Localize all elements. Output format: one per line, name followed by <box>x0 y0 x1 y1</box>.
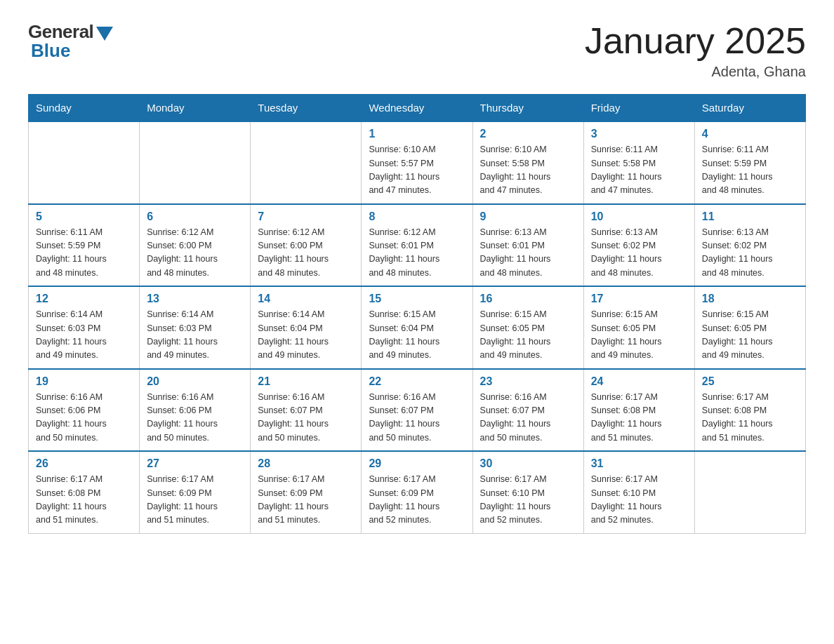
day-number: 16 <box>480 293 576 305</box>
day-info: Sunrise: 6:17 AM Sunset: 6:10 PM Dayligh… <box>480 473 576 528</box>
day-info: Sunrise: 6:17 AM Sunset: 6:08 PM Dayligh… <box>702 391 798 445</box>
calendar-cell: 29Sunrise: 6:17 AM Sunset: 6:09 PM Dayli… <box>362 451 472 533</box>
calendar-cell: 4Sunrise: 6:11 AM Sunset: 5:59 PM Daylig… <box>694 121 805 204</box>
week-row-1: 1Sunrise: 6:10 AM Sunset: 5:57 PM Daylig… <box>29 121 806 204</box>
day-info: Sunrise: 6:13 AM Sunset: 6:02 PM Dayligh… <box>591 226 687 281</box>
day-number: 9 <box>480 210 576 223</box>
calendar-cell: 19Sunrise: 6:16 AM Sunset: 6:06 PM Dayli… <box>29 369 140 452</box>
day-number: 26 <box>36 457 132 470</box>
day-number: 14 <box>258 293 354 305</box>
calendar-cell <box>694 451 805 533</box>
calendar-cell <box>29 121 140 204</box>
day-info: Sunrise: 6:13 AM Sunset: 6:02 PM Dayligh… <box>702 226 798 281</box>
day-info: Sunrise: 6:12 AM Sunset: 6:01 PM Dayligh… <box>369 226 465 281</box>
calendar-cell: 12Sunrise: 6:14 AM Sunset: 6:03 PM Dayli… <box>29 286 140 369</box>
calendar-cell: 2Sunrise: 6:10 AM Sunset: 5:58 PM Daylig… <box>472 121 583 204</box>
week-row-2: 5Sunrise: 6:11 AM Sunset: 5:59 PM Daylig… <box>29 204 806 287</box>
day-info: Sunrise: 6:17 AM Sunset: 6:10 PM Dayligh… <box>591 473 687 528</box>
weekday-header-friday: Friday <box>583 95 694 122</box>
day-number: 23 <box>480 375 576 388</box>
day-number: 4 <box>702 128 798 140</box>
day-number: 3 <box>591 128 687 140</box>
day-info: Sunrise: 6:14 AM Sunset: 6:03 PM Dayligh… <box>147 308 243 363</box>
weekday-header-tuesday: Tuesday <box>251 95 362 122</box>
day-number: 8 <box>369 210 465 223</box>
calendar-cell: 3Sunrise: 6:11 AM Sunset: 5:58 PM Daylig… <box>583 121 694 204</box>
day-number: 7 <box>258 210 354 223</box>
weekday-header-thursday: Thursday <box>472 95 583 122</box>
location-text: Adenta, Ghana <box>585 64 806 80</box>
day-info: Sunrise: 6:14 AM Sunset: 6:04 PM Dayligh… <box>258 308 354 363</box>
day-info: Sunrise: 6:11 AM Sunset: 5:58 PM Dayligh… <box>591 143 687 198</box>
day-info: Sunrise: 6:12 AM Sunset: 6:00 PM Dayligh… <box>147 226 243 281</box>
day-number: 30 <box>480 457 576 470</box>
day-info: Sunrise: 6:15 AM Sunset: 6:04 PM Dayligh… <box>369 308 465 363</box>
day-number: 10 <box>591 210 687 223</box>
day-info: Sunrise: 6:16 AM Sunset: 6:07 PM Dayligh… <box>258 391 354 445</box>
calendar-cell: 20Sunrise: 6:16 AM Sunset: 6:06 PM Dayli… <box>140 369 251 452</box>
day-info: Sunrise: 6:15 AM Sunset: 6:05 PM Dayligh… <box>480 308 576 363</box>
day-info: Sunrise: 6:16 AM Sunset: 6:07 PM Dayligh… <box>369 391 465 445</box>
day-info: Sunrise: 6:16 AM Sunset: 6:07 PM Dayligh… <box>480 391 576 445</box>
day-number: 6 <box>147 210 243 223</box>
weekday-header-monday: Monday <box>140 95 251 122</box>
calendar-table: SundayMondayTuesdayWednesdayThursdayFrid… <box>28 94 806 534</box>
title-section: January 2025 Adenta, Ghana <box>585 21 806 80</box>
day-number: 2 <box>480 128 576 140</box>
day-info: Sunrise: 6:17 AM Sunset: 6:09 PM Dayligh… <box>147 473 243 528</box>
calendar-cell: 31Sunrise: 6:17 AM Sunset: 6:10 PM Dayli… <box>583 451 694 533</box>
calendar-cell: 8Sunrise: 6:12 AM Sunset: 6:01 PM Daylig… <box>362 204 472 287</box>
calendar-cell: 17Sunrise: 6:15 AM Sunset: 6:05 PM Dayli… <box>583 286 694 369</box>
day-number: 27 <box>147 457 243 470</box>
day-info: Sunrise: 6:15 AM Sunset: 6:05 PM Dayligh… <box>591 308 687 363</box>
week-row-5: 26Sunrise: 6:17 AM Sunset: 6:08 PM Dayli… <box>29 451 806 533</box>
day-number: 18 <box>702 293 798 305</box>
calendar-cell: 1Sunrise: 6:10 AM Sunset: 5:57 PM Daylig… <box>362 121 472 204</box>
calendar-cell <box>140 121 251 204</box>
logo-blue-text: Blue <box>28 40 70 62</box>
weekday-header-row: SundayMondayTuesdayWednesdayThursdayFrid… <box>29 95 806 122</box>
calendar-cell: 9Sunrise: 6:13 AM Sunset: 6:01 PM Daylig… <box>472 204 583 287</box>
day-info: Sunrise: 6:10 AM Sunset: 5:57 PM Dayligh… <box>369 143 465 198</box>
day-number: 28 <box>258 457 354 470</box>
day-number: 13 <box>147 293 243 305</box>
day-number: 31 <box>591 457 687 470</box>
day-number: 15 <box>369 293 465 305</box>
calendar-cell <box>251 121 362 204</box>
calendar-cell: 18Sunrise: 6:15 AM Sunset: 6:05 PM Dayli… <box>694 286 805 369</box>
day-number: 12 <box>36 293 132 305</box>
day-info: Sunrise: 6:12 AM Sunset: 6:00 PM Dayligh… <box>258 226 354 281</box>
day-info: Sunrise: 6:14 AM Sunset: 6:03 PM Dayligh… <box>36 308 132 363</box>
calendar-cell: 13Sunrise: 6:14 AM Sunset: 6:03 PM Dayli… <box>140 286 251 369</box>
calendar-cell: 22Sunrise: 6:16 AM Sunset: 6:07 PM Dayli… <box>362 369 472 452</box>
weekday-header-sunday: Sunday <box>29 95 140 122</box>
day-number: 20 <box>147 375 243 388</box>
calendar-cell: 5Sunrise: 6:11 AM Sunset: 5:59 PM Daylig… <box>29 204 140 287</box>
calendar-cell: 23Sunrise: 6:16 AM Sunset: 6:07 PM Dayli… <box>472 369 583 452</box>
week-row-3: 12Sunrise: 6:14 AM Sunset: 6:03 PM Dayli… <box>29 286 806 369</box>
day-info: Sunrise: 6:17 AM Sunset: 6:09 PM Dayligh… <box>258 473 354 528</box>
calendar-cell: 15Sunrise: 6:15 AM Sunset: 6:04 PM Dayli… <box>362 286 472 369</box>
calendar-cell: 7Sunrise: 6:12 AM Sunset: 6:00 PM Daylig… <box>251 204 362 287</box>
day-info: Sunrise: 6:11 AM Sunset: 5:59 PM Dayligh… <box>702 143 798 198</box>
calendar-cell: 26Sunrise: 6:17 AM Sunset: 6:08 PM Dayli… <box>29 451 140 533</box>
day-number: 22 <box>369 375 465 388</box>
page-header: General Blue January 2025 Adenta, Ghana <box>28 21 806 80</box>
day-info: Sunrise: 6:16 AM Sunset: 6:06 PM Dayligh… <box>36 391 132 445</box>
day-number: 17 <box>591 293 687 305</box>
day-number: 19 <box>36 375 132 388</box>
weekday-header-saturday: Saturday <box>694 95 805 122</box>
day-number: 21 <box>258 375 354 388</box>
day-info: Sunrise: 6:17 AM Sunset: 6:09 PM Dayligh… <box>369 473 465 528</box>
weekday-header-wednesday: Wednesday <box>362 95 472 122</box>
logo-triangle-icon <box>96 27 113 41</box>
day-number: 29 <box>369 457 465 470</box>
day-info: Sunrise: 6:16 AM Sunset: 6:06 PM Dayligh… <box>147 391 243 445</box>
day-number: 24 <box>591 375 687 388</box>
calendar-cell: 24Sunrise: 6:17 AM Sunset: 6:08 PM Dayli… <box>583 369 694 452</box>
calendar-cell: 16Sunrise: 6:15 AM Sunset: 6:05 PM Dayli… <box>472 286 583 369</box>
day-number: 25 <box>702 375 798 388</box>
calendar-cell: 30Sunrise: 6:17 AM Sunset: 6:10 PM Dayli… <box>472 451 583 533</box>
calendar-cell: 25Sunrise: 6:17 AM Sunset: 6:08 PM Dayli… <box>694 369 805 452</box>
day-number: 5 <box>36 210 132 223</box>
